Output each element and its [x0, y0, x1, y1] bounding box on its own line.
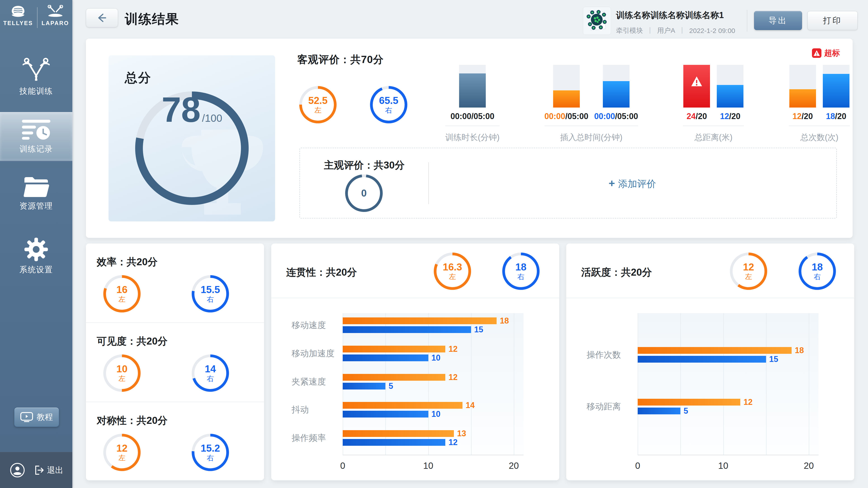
gauge-value: 52.5: [308, 95, 328, 106]
gauge-sublabel: 右: [207, 375, 214, 383]
sidebar-item-label: 技能训练: [20, 86, 53, 96]
user-avatar-icon[interactable]: [10, 463, 25, 478]
plus-icon: +: [609, 177, 615, 189]
gauge-sublabel: 右: [814, 273, 821, 281]
sidebar: TELLYES LAPARO: [0, 0, 72, 488]
header-divider: [747, 10, 747, 32]
metric-group-name: 总次数(次): [800, 132, 838, 143]
subjective-panel: 主观评价：共30分 0 +添加评价: [300, 148, 837, 219]
session-module: 牵引模块: [616, 26, 643, 35]
visibility-left-gauge: 10左: [103, 355, 141, 392]
objective-left-gauge: 52.5 左: [299, 86, 337, 123]
card-divider: [566, 298, 854, 298]
gauge-value: 12: [743, 262, 754, 272]
total-score-gauge: 78 /100: [135, 92, 249, 205]
metric-group-name: 总距离(米): [694, 132, 733, 143]
add-evaluation-button[interactable]: +添加评价: [428, 177, 836, 190]
gauge-sublabel: 右: [518, 273, 524, 281]
objective-right-gauge: 65.5 右: [370, 86, 407, 123]
section-heading: 可见度：共20分: [97, 335, 167, 348]
over-limit-badge: 超标: [812, 48, 840, 58]
sidebar-footer: 退出: [0, 452, 72, 488]
metric-group-distance: 24/20 12/20 总距离(米): [683, 65, 744, 143]
training-thumbnail: [583, 7, 611, 35]
logo-divider: [37, 7, 37, 28]
main-area: 训练结果 训练名称训练名称训练名称1 牵引模块 丨 用户A 丨 2022-1-2…: [72, 0, 868, 488]
gauge-sublabel: 左: [119, 296, 125, 303]
gauge-sublabel: 左: [314, 107, 321, 114]
chart-row: 夹紧速度 125: [291, 374, 545, 390]
meta-separator: 丨: [647, 26, 653, 35]
metric-group-duration: 00:00/05:00 训练时长(分钟): [445, 65, 500, 143]
tutorial-button[interactable]: 教程: [14, 407, 59, 427]
folder-icon: [23, 177, 49, 197]
tutorial-video-icon: [20, 412, 33, 422]
session-user: 用户A: [657, 26, 675, 35]
laparo-logo-text: LAPARO: [41, 20, 69, 26]
metric-bar: 00:00/05:00: [545, 65, 588, 121]
gauge-value: 15.5: [201, 285, 220, 295]
metric-bar: 12/20: [716, 65, 744, 121]
logout-button[interactable]: 退出: [34, 465, 63, 476]
gauge-sublabel: 左: [745, 273, 752, 281]
sidebar-item-system-settings[interactable]: 系统设置: [0, 235, 72, 277]
gauge-value: 18: [812, 262, 823, 272]
training-result-page: TELLYES LAPARO: [0, 0, 868, 488]
laparo-logo-icon: [47, 5, 64, 19]
efficiency-section: 效率：共20分 16左 15.5右: [86, 243, 264, 322]
chart-row: 抖动 1410: [291, 402, 545, 418]
gauge-value: 16: [116, 285, 127, 295]
summary-card: 总分 78 /100 客观评价：共70分 52.5 左: [86, 39, 852, 238]
print-button[interactable]: 打印: [807, 11, 858, 30]
metric-bar: 12/20: [789, 65, 816, 121]
activity-chart: 操作次数 1815 移动距离 125 01020: [566, 313, 854, 476]
sidebar-item-training-records[interactable]: 训练记录: [0, 112, 72, 161]
visibility-section: 可见度：共20分 10左 14右: [86, 322, 264, 402]
gauge-value: 12: [116, 443, 127, 453]
gauge-sublabel: 左: [119, 375, 125, 383]
coherence-chart: 移动速度 1815 移动加速度 1210 夹紧速度 125 抖动 1410 操作…: [271, 313, 559, 476]
efficiency-right-gauge: 15.5右: [192, 275, 229, 313]
objective-metrics: 00:00/05:00 训练时长(分钟) 00:00/05:00 00:00/0…: [445, 65, 850, 143]
back-arrow-icon: [96, 12, 108, 23]
logout-icon: [34, 465, 44, 475]
back-button[interactable]: [86, 8, 118, 27]
sidebar-item-resource-management[interactable]: 资源管理: [0, 174, 72, 214]
session-datetime: 2022-1-2 09:00: [689, 27, 735, 35]
tellyes-logo: TELLYES: [3, 5, 33, 26]
coherence-right-gauge: 18右: [502, 253, 539, 290]
visibility-right-gauge: 14右: [192, 355, 229, 392]
metric-group-insert-time: 00:00/05:00 00:00/05:00 插入总时间(分钟): [545, 65, 638, 143]
coherence-heading: 连贯性：共20分: [286, 266, 357, 279]
sidebar-item-label: 训练记录: [20, 144, 53, 154]
activity-left-gauge: 12左: [730, 253, 767, 290]
sidebar-item-label: 系统设置: [20, 264, 53, 275]
training-module-image: [583, 7, 610, 34]
gear-icon: [24, 238, 48, 261]
warning-icon: [812, 48, 822, 58]
metric-group-name: 插入总时间(分钟): [560, 132, 622, 143]
chart-rows: 移动速度 1815 移动加速度 1210 夹紧速度 125 抖动 1410 操作…: [291, 313, 545, 455]
symmetry-section: 对称性：共20分 12左 15.2右: [86, 402, 264, 481]
chart-rows: 操作次数 1815 移动距离 125: [587, 313, 840, 455]
total-score-label: 总分: [125, 69, 151, 87]
tellyes-logo-text: TELLYES: [3, 20, 33, 26]
gauge-sublabel: 右: [207, 296, 214, 303]
activity-card: 活跃度：共20分 12左 18右 操作次数 1815 移动距离: [566, 243, 854, 480]
gauge-value: 15.2: [201, 443, 220, 453]
metric-group-count: 12/20 18/20 总次数(次): [789, 65, 850, 143]
gauge-value: 65.5: [379, 95, 399, 106]
add-evaluation-label: 添加评价: [618, 178, 656, 189]
coherence-left-gauge: 16.3左: [434, 253, 471, 290]
chart-row: 移动速度 1815: [291, 318, 545, 333]
gauge-sublabel: 左: [449, 273, 456, 281]
export-button[interactable]: 导出: [754, 11, 802, 30]
activity-right-gauge: 18右: [799, 253, 836, 290]
sidebar-item-label: 资源管理: [20, 201, 53, 211]
gauge-sublabel: 右: [207, 454, 214, 462]
metric-bar: 00:00/05:00: [594, 65, 638, 121]
sidebar-item-skill-training[interactable]: 技能训练: [0, 54, 72, 100]
gauge-sublabel: 右: [385, 107, 392, 114]
scores-card: 效率：共20分 16左 15.5右 可见度：共20分 10左: [86, 243, 264, 480]
metric-bar: 18/20: [822, 65, 850, 121]
